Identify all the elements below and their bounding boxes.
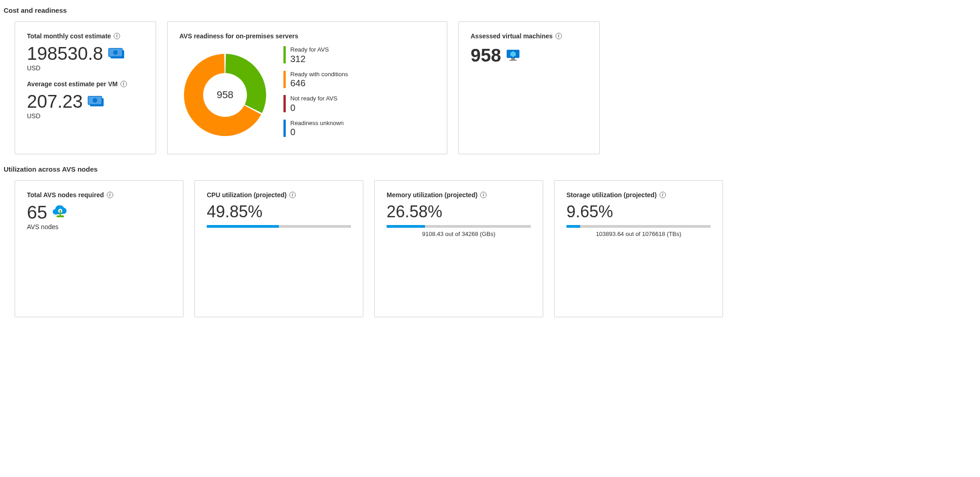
card-assessed-vms: Assessed virtual machines i 958 xyxy=(458,21,600,154)
legend-color-bar xyxy=(283,71,286,88)
card-total-avs-nodes: Total AVS nodes required i 65 AVS nodes xyxy=(15,180,183,317)
card-memory-utilization: Memory utilization (projected) i 26.58% … xyxy=(374,180,543,317)
info-icon[interactable]: i xyxy=(480,192,487,198)
legend-color-bar xyxy=(283,120,286,137)
legend-item[interactable]: Ready for AVS312 xyxy=(283,46,435,64)
money-icon xyxy=(87,95,105,107)
svg-point-5 xyxy=(93,98,97,103)
storage-util-value: 9.65% xyxy=(566,202,711,221)
mem-util-value: 26.58% xyxy=(387,202,531,221)
avg-cost-unit: USD xyxy=(27,112,144,120)
storage-progress-fill xyxy=(566,225,580,228)
svg-rect-12 xyxy=(59,212,61,215)
svg-point-2 xyxy=(113,50,118,55)
monitor-icon xyxy=(506,49,520,62)
total-cost-label-row: Total monthly cost estimate i xyxy=(27,32,120,40)
readiness-donut-chart: 958 xyxy=(179,49,271,141)
storage-util-label-row: Storage utilization (projected) i xyxy=(566,191,666,199)
info-icon[interactable]: i xyxy=(114,33,120,39)
total-cost-label: Total monthly cost estimate xyxy=(27,32,111,40)
cpu-progress-bar xyxy=(207,225,351,228)
cloud-node-icon xyxy=(52,205,68,219)
info-icon[interactable]: i xyxy=(107,192,113,198)
avg-cost-value-row: 207.23 xyxy=(27,91,144,111)
info-icon[interactable]: i xyxy=(289,192,296,198)
svg-point-11 xyxy=(59,210,61,212)
legend-label: Ready for AVS xyxy=(290,46,329,53)
avs-nodes-value: 65 xyxy=(27,202,47,222)
legend-value: 0 xyxy=(290,126,344,137)
card-avs-readiness: AVS readiness for on-premises servers 95… xyxy=(167,21,447,154)
legend-item[interactable]: Readiness unknown0 xyxy=(283,120,435,138)
row-cost-readiness: Total monthly cost estimate i 198530.8 U… xyxy=(15,21,969,154)
assessed-vms-value: 958 xyxy=(471,45,501,65)
card-cpu-utilization: CPU utilization (projected) i 49.85% xyxy=(194,180,363,317)
legend-value: 312 xyxy=(290,53,329,64)
info-icon[interactable]: i xyxy=(556,33,562,39)
row-utilization: Total AVS nodes required i 65 AVS nodes … xyxy=(15,180,969,317)
svg-rect-8 xyxy=(509,60,517,61)
storage-util-sub: 103893.64 out of 1076618 (TBs) xyxy=(566,231,711,237)
assessed-vms-label: Assessed virtual machines xyxy=(471,32,553,40)
mem-progress-fill xyxy=(387,225,425,228)
section-cost-readiness-title: Cost and readiness xyxy=(4,6,969,14)
cpu-util-value: 49.85% xyxy=(207,202,351,221)
legend-label: Not ready for AVS xyxy=(290,95,337,102)
readiness-title: AVS readiness for on-premises servers xyxy=(179,32,298,40)
donut-center-total: 958 xyxy=(179,49,271,141)
legend-label: Readiness unknown xyxy=(290,120,344,127)
legend-item[interactable]: Ready with conditions646 xyxy=(283,71,435,89)
mem-util-sub: 9108.43 out of 34268 (GBs) xyxy=(387,231,531,237)
total-cost-value: 198530.8 xyxy=(27,43,103,63)
svg-rect-7 xyxy=(511,58,515,60)
assessed-vms-label-row: Assessed virtual machines i xyxy=(471,32,562,40)
card-cost-estimate: Total monthly cost estimate i 198530.8 U… xyxy=(15,21,156,154)
info-icon[interactable]: i xyxy=(121,81,127,87)
avs-nodes-label: Total AVS nodes required xyxy=(27,191,104,199)
storage-util-label: Storage utilization (projected) xyxy=(566,191,657,199)
avg-cost-label: Average cost estimate per VM xyxy=(27,80,118,88)
storage-progress-bar xyxy=(566,225,711,228)
legend-color-bar xyxy=(283,46,286,63)
avg-cost-label-row: Average cost estimate per VM i xyxy=(27,80,127,88)
total-cost-unit: USD xyxy=(27,64,144,72)
avs-nodes-value-row: 65 xyxy=(27,202,171,222)
readiness-legend: Ready for AVS312Ready with conditions646… xyxy=(283,46,435,144)
mem-util-label: Memory utilization (projected) xyxy=(387,191,477,199)
total-cost-value-row: 198530.8 xyxy=(27,43,144,63)
section-utilization-title: Utilization across AVS nodes xyxy=(4,165,969,173)
cpu-util-label: CPU utilization (projected) xyxy=(207,191,287,199)
cpu-progress-fill xyxy=(207,225,279,228)
cpu-util-label-row: CPU utilization (projected) i xyxy=(207,191,296,199)
assessed-vms-value-row: 958 xyxy=(471,45,587,65)
info-icon[interactable]: i xyxy=(660,192,666,198)
legend-value: 646 xyxy=(290,78,348,89)
mem-util-label-row: Memory utilization (projected) i xyxy=(387,191,487,199)
legend-color-bar xyxy=(283,95,286,112)
money-icon xyxy=(108,47,125,59)
avs-nodes-label-row: Total AVS nodes required i xyxy=(27,191,113,199)
avg-cost-value: 207.23 xyxy=(27,91,83,111)
avs-nodes-unit: AVS nodes xyxy=(27,223,171,231)
legend-label: Ready with conditions xyxy=(290,71,348,78)
card-storage-utilization: Storage utilization (projected) i 9.65% … xyxy=(554,180,723,317)
mem-progress-bar xyxy=(387,225,531,228)
legend-item[interactable]: Not ready for AVS0 xyxy=(283,95,435,113)
legend-value: 0 xyxy=(290,102,337,113)
svg-rect-13 xyxy=(57,215,64,217)
